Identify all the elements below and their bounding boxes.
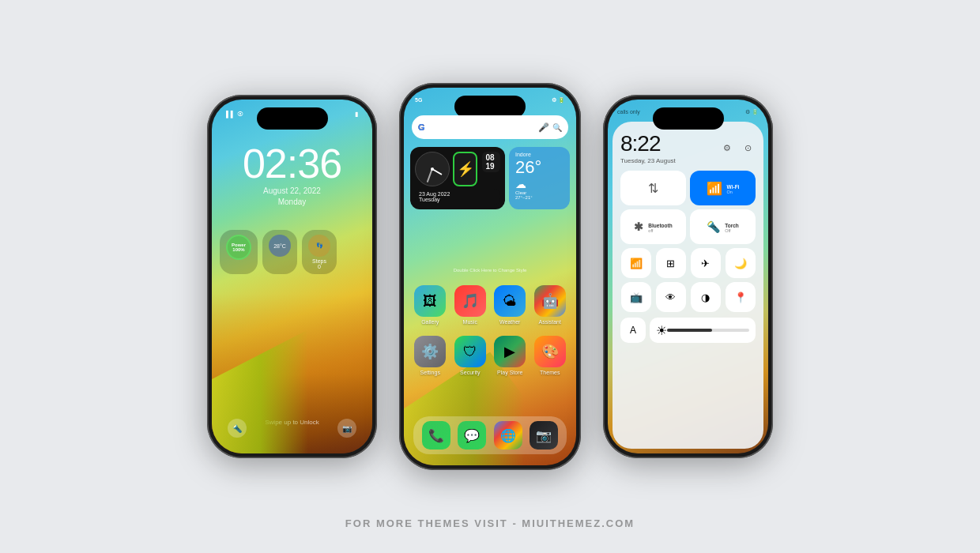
p3-cast-tile[interactable]: 📺	[621, 282, 651, 312]
app-gallery[interactable]: 🖼 Gallery	[414, 285, 446, 325]
p3-torch-sublabel: Off	[725, 228, 739, 233]
p3-brightness-fill	[667, 329, 712, 332]
p3-expand-icon: ⊞	[666, 258, 675, 269]
p2-clock-top: ⚡ 08 19	[415, 152, 500, 186]
p3-torch-tile[interactable]: 🔦 Torch Off	[690, 209, 756, 244]
p2-search-bar[interactable]: G 🎤 🔍	[412, 115, 568, 139]
p1-temp-value: 28°C	[269, 235, 291, 257]
themes-label: Themes	[540, 370, 560, 375]
lockscreen-screen: ▌▌ ⦿ ▮ 02:36 August 22, 2022 Monday P	[212, 100, 372, 453]
assistant-label: Assistant	[539, 319, 561, 325]
p3-row-2: ✱ Bluetooth off 🔦 Torch Off	[620, 209, 756, 244]
weather-label: Weather	[499, 319, 520, 325]
dock-chrome[interactable]: 🌐	[494, 421, 522, 450]
p3-airplane-tile[interactable]: ✈	[691, 248, 721, 278]
music-label: Music	[463, 319, 477, 325]
p3-contrast-tile[interactable]: ◑	[691, 282, 721, 312]
p2-weather-range: 27°~21°	[515, 195, 564, 200]
p1-steps-label: Steps	[312, 258, 326, 264]
p3-status-left: calls only	[617, 109, 640, 115]
p1-bottom-bar: 🔦 📷	[212, 419, 372, 438]
p2-date-text: 23 Aug 2022 Tuesday	[415, 189, 500, 205]
p3-font-size-icon[interactable]: A	[620, 318, 646, 343]
p3-location-tile[interactable]: 📍	[726, 282, 756, 312]
p2-clock-widget: ⚡ 08 19 23 Aug 2022 Tuesday	[410, 147, 505, 209]
p1-power-value: 100%	[232, 247, 244, 252]
dock-phone[interactable]: 📞	[422, 421, 450, 450]
p2-apps-grid: 🖼 Gallery 🎵 Music 🌤 Weather 🤖	[410, 285, 570, 386]
app-music[interactable]: 🎵 Music	[454, 285, 486, 325]
p2-mic-icon[interactable]: 🎤	[538, 122, 549, 133]
p3-network-tile[interactable]: ⇅	[620, 171, 686, 205]
p3-torch-label: Torch	[725, 223, 739, 228]
bolt-symbol: ⚡	[457, 160, 474, 178]
dock-messages[interactable]: 💬	[458, 421, 486, 450]
p3-moon-tile[interactable]: 🌙	[726, 248, 756, 278]
p3-eye-tile[interactable]: 👁	[656, 282, 686, 312]
p3-row-1: ⇅ 📶 Wi-Fi On	[620, 171, 756, 205]
app-security[interactable]: 🛡 Security	[454, 336, 486, 375]
playstore-label: Play Store	[497, 370, 522, 375]
p3-bluetooth-sublabel: off	[648, 228, 672, 233]
p1-temp-widget: 28°C	[262, 230, 297, 274]
p3-brightness-sun-icon: ☀	[656, 323, 667, 338]
p3-brightness-track	[667, 329, 749, 332]
security-label: Security	[460, 370, 480, 375]
p3-wifi-small-tile[interactable]: 📶	[621, 248, 651, 278]
p2-day-full: Tuesday	[419, 197, 496, 202]
p2-status-right: ⚙ 🔋	[552, 97, 565, 103]
p2-clock-center	[431, 167, 434, 171]
assistant-icon: 🤖	[534, 285, 566, 317]
p1-time: 02:36	[212, 143, 372, 184]
p3-airplane-icon: ✈	[701, 258, 710, 269]
p2-weather-widget: Indore 26° ☁ Clear 27°~21°	[509, 147, 570, 209]
p3-row-3: 📶 ⊞ ✈ 🌙	[620, 248, 756, 278]
app-playstore[interactable]: ▶ Play Store	[494, 336, 526, 375]
p3-torch-icon: 🔦	[707, 220, 720, 233]
music-icon: 🎵	[454, 285, 486, 317]
control-center-bg: calls only Eme ⚙ 🔋 8:22 Tuesday, 23 Augu…	[608, 100, 768, 453]
p3-settings-icon[interactable]: ⚙	[719, 140, 735, 156]
app-themes[interactable]: 🎨 Themes	[534, 336, 566, 375]
p3-bluetooth-icon: ✱	[634, 220, 643, 233]
lockscreen-bg: ▌▌ ⦿ ▮ 02:36 August 22, 2022 Monday P	[212, 100, 372, 453]
homescreen-screen: 5G ⚙ 🔋 G 🎤 🔍	[404, 88, 576, 465]
p1-steps-widget: 👣 Steps 0	[302, 230, 337, 274]
p3-wifi-tile[interactable]: 📶 Wi-Fi On	[690, 171, 756, 205]
app-weather[interactable]: 🌤 Weather	[494, 285, 526, 325]
p3-time-icons: ⚙ ⊙	[719, 140, 756, 156]
p1-time-area: 02:36 August 22, 2022 Monday	[212, 143, 372, 206]
p3-alarm-icon[interactable]: ⊙	[740, 140, 756, 156]
p3-brightness-bar[interactable]: ☀	[650, 318, 756, 343]
p3-location-icon: 📍	[734, 292, 747, 303]
p1-camera-icon[interactable]: 📷	[337, 419, 356, 438]
p1-date-line2: Monday	[212, 198, 372, 206]
phone-control-center: calls only Eme ⚙ 🔋 8:22 Tuesday, 23 Augu…	[603, 95, 773, 458]
p1-flashlight-icon[interactable]: 🔦	[228, 419, 247, 438]
p3-status-bar: calls only Eme ⚙ 🔋	[608, 109, 768, 115]
dock-camera[interactable]: 📷	[530, 421, 558, 450]
phone-lockscreen: ▌▌ ⦿ ▮ 02:36 August 22, 2022 Monday P	[207, 95, 377, 458]
app-assistant[interactable]: 🤖 Assistant	[534, 285, 566, 325]
p3-wifi-sublabel: On	[727, 190, 740, 194]
p2-cam-icon[interactable]: 🔍	[552, 123, 562, 132]
p2-bolt-icon: ⚡	[453, 152, 477, 186]
p2-status-bar: 5G ⚙ 🔋	[404, 97, 576, 103]
p2-weather-temp: 26°	[515, 157, 564, 178]
p2-dock: 📞 💬 🌐 📷	[413, 416, 567, 454]
security-icon: 🛡	[454, 336, 486, 367]
p3-bluetooth-tile[interactable]: ✱ Bluetooth off	[620, 209, 686, 244]
p3-status-eme: Eme	[687, 109, 698, 115]
app-settings[interactable]: ⚙️ Settings	[414, 336, 446, 375]
p2-app-row-2: ⚙️ Settings 🛡 Security ▶ Play Store �	[410, 336, 570, 375]
p1-signal: ▌▌	[226, 111, 235, 118]
p1-power-circle: Power 100%	[226, 235, 251, 260]
p2-weather-city: Indore	[515, 152, 564, 157]
p1-wifi: ⦿	[237, 111, 243, 118]
google-g-logo: G	[418, 122, 425, 132]
p2-date-nums: 08 19	[482, 152, 500, 186]
gallery-label: Gallery	[421, 319, 439, 325]
p3-expand-tile[interactable]: ⊞	[656, 248, 686, 278]
gallery-icon: 🖼	[414, 285, 446, 317]
control-center-overlay: 8:22 Tuesday, 23 August ⚙ ⊙ ⇅	[612, 122, 763, 449]
